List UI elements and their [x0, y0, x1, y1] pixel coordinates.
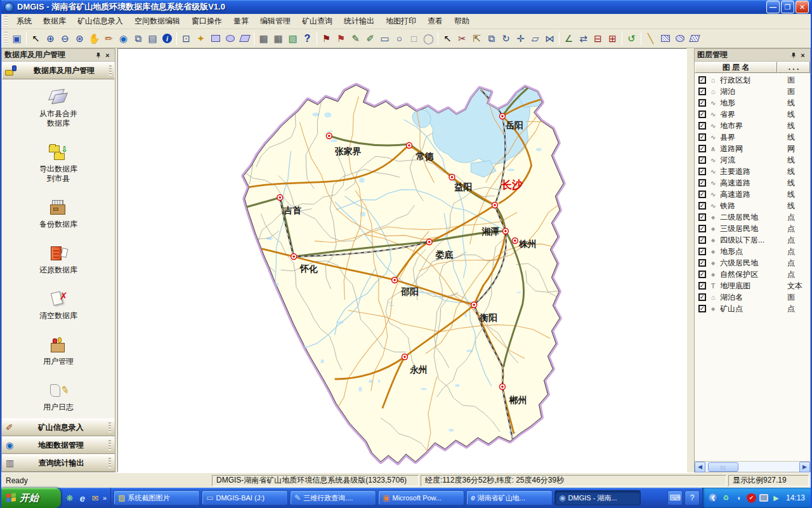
layer-checkbox[interactable]: ✓: [698, 122, 706, 130]
layer-row-0[interactable]: ✓⌂行政区划面: [695, 74, 810, 86]
left-panel-item-restore[interactable]: 还原数据库: [39, 244, 77, 275]
quick-launch-ie-icon[interactable]: e: [77, 493, 88, 503]
layer-row-15[interactable]: ✓◆地形点点: [695, 246, 810, 257]
menu-item-1[interactable]: 数据库: [37, 14, 72, 29]
layer-checkbox[interactable]: ✓: [698, 213, 706, 221]
quick-launch-mail-icon[interactable]: ✉: [90, 493, 100, 503]
layer-checkbox[interactable]: ✓: [698, 293, 706, 301]
left-panel-item-merge[interactable]: 从市县合并 数据库: [39, 88, 77, 128]
task-button-2[interactable]: ✎三维行政查询....: [290, 490, 376, 505]
menu-item-4[interactable]: 窗口操作: [186, 14, 228, 29]
left-panel-bar-1[interactable]: ◉地图数据管理: [2, 436, 115, 454]
toolbar-move-feature-icon[interactable]: ✛: [513, 32, 528, 46]
scroll-right-icon[interactable]: ▶: [799, 462, 810, 472]
layer-checkbox[interactable]: ✓: [698, 76, 706, 84]
toolbar-info-icon[interactable]: i: [160, 32, 174, 46]
layer-checkbox[interactable]: ✓: [698, 282, 706, 290]
layer-checkbox[interactable]: ✓: [698, 248, 706, 255]
menu-item-7[interactable]: 矿山查询: [296, 14, 338, 29]
toolbar-select-cursor-icon[interactable]: ↖: [29, 32, 43, 46]
scrollbar-thumb[interactable]: |||: [708, 462, 738, 472]
tray-utility-icon[interactable]: ♻: [721, 493, 731, 503]
layer-panel-close-icon[interactable]: ×: [798, 51, 808, 60]
layer-row-10[interactable]: ✓∿高速道路线: [695, 189, 810, 200]
toolbar-export-image-icon[interactable]: ▧: [285, 32, 300, 46]
layer-panel-hscrollbar[interactable]: ◀ ||| ▶: [695, 461, 810, 472]
layer-row-2[interactable]: ✓∿地形线: [695, 97, 810, 109]
toolbar-swap-direction-icon[interactable]: ⇄: [576, 32, 591, 46]
toolbar-hatch-rect-icon[interactable]: [658, 32, 672, 46]
layer-row-19[interactable]: ✓⌂湖泊名面: [695, 291, 810, 303]
toolbar-hatch-polygon-icon[interactable]: [687, 32, 702, 46]
layer-row-18[interactable]: ✓T地理底图文本: [695, 280, 810, 291]
toolbar-fill-rect-icon[interactable]: [208, 32, 223, 46]
layer-name-column-header[interactable]: 图 层 名: [695, 62, 777, 73]
quick-launch-overflow-icon[interactable]: »: [103, 494, 107, 502]
layer-checkbox[interactable]: ✓: [698, 133, 706, 141]
task-button-5[interactable]: ◉DMGIS - 湖南...: [554, 490, 641, 505]
toolbar-edit-page-icon[interactable]: ▱: [528, 32, 542, 46]
layer-row-9[interactable]: ✓∿高速道路线: [695, 177, 810, 189]
toolbar-circle-outline-icon[interactable]: ◯: [421, 32, 436, 46]
layer-row-7[interactable]: ✓∿河流线: [695, 154, 810, 166]
task-button-1[interactable]: ▭DMGIS-BAI (J:): [202, 490, 288, 505]
layer-row-11[interactable]: ✓∿铁路线: [695, 200, 810, 211]
layer-checkbox[interactable]: ✓: [698, 168, 706, 175]
keyboard-icon[interactable]: ⌨: [667, 490, 683, 505]
left-panel-item-log[interactable]: ✎用户日志: [43, 382, 74, 412]
toolbar-redraw-brush-icon[interactable]: ✏: [102, 32, 116, 46]
toolbar-identify-key-icon[interactable]: ✦: [193, 32, 208, 46]
toolbar-flag-edit-icon[interactable]: ⚑: [334, 32, 348, 46]
toolbar-flag-select-icon[interactable]: ⚑: [319, 32, 334, 46]
menu-item-9[interactable]: 地图打印: [380, 14, 422, 29]
layer-checkbox[interactable]: ✓: [698, 156, 706, 164]
toolbar-fill-ellipse-icon[interactable]: [223, 32, 237, 46]
scrollbar-track[interactable]: |||: [705, 462, 799, 472]
menu-item-10[interactable]: 查看: [422, 14, 449, 29]
layer-row-4[interactable]: ✓∿地市界线: [695, 120, 810, 131]
toolbar-hatch-ellipse-icon[interactable]: [672, 32, 687, 46]
layer-row-14[interactable]: ✓◆四级以下居...点: [695, 234, 810, 246]
toolbar-edit-cursor-icon[interactable]: ↖: [440, 32, 455, 46]
menu-grip[interactable]: [4, 16, 8, 26]
maximize-button[interactable]: ❐: [781, 1, 794, 13]
layer-checkbox[interactable]: ✓: [698, 99, 706, 107]
close-button[interactable]: ✕: [796, 1, 809, 13]
task-button-4[interactable]: e湖南省矿山地...: [466, 490, 553, 505]
quick-launch-msn-icon[interactable]: ❋: [65, 493, 75, 503]
menu-item-8[interactable]: 统计输出: [338, 14, 380, 29]
toolbar-measure-angle-icon[interactable]: ∠: [561, 32, 576, 46]
toolbar-node-insert-icon[interactable]: ⊞: [605, 32, 620, 46]
toolbar-ellipse-outline-icon[interactable]: ○: [392, 32, 407, 46]
toolbar-undo-icon[interactable]: ↺: [624, 32, 639, 46]
layer-row-13[interactable]: ✓◆三级居民地点: [695, 223, 810, 234]
tray-security-shield-icon[interactable]: ✔: [747, 493, 756, 503]
layer-row-3[interactable]: ✓∿省界线: [695, 109, 810, 120]
layer-row-8[interactable]: ✓∿主要道路线: [695, 166, 810, 177]
toolbar-cut-icon[interactable]: ✂: [455, 32, 469, 46]
toolbar-pan-hand-icon[interactable]: ✋: [87, 32, 102, 46]
layer-row-5[interactable]: ✓∿县界线: [695, 131, 810, 143]
left-panel-bar-0[interactable]: ✐矿山信息录入: [2, 418, 115, 436]
toolbar-node-delete-icon[interactable]: ⊟: [591, 32, 605, 46]
layer-checkbox[interactable]: ✓: [698, 305, 706, 312]
menu-item-2[interactable]: 矿山信息录入: [72, 14, 129, 29]
layer-row-1[interactable]: ✓⌂湖泊面: [695, 86, 810, 97]
layer-checkbox[interactable]: ✓: [698, 190, 706, 198]
layer-panel-pin-icon[interactable]: [789, 51, 798, 60]
left-panel-pin-icon[interactable]: [93, 51, 103, 60]
help-tray-icon[interactable]: ?: [684, 490, 700, 505]
left-panel-item-clear[interactable]: ✗清空数据库: [39, 290, 77, 321]
toolbar-zoom-in-icon[interactable]: ⊕: [43, 32, 58, 46]
toolbar-draw-region-icon[interactable]: ✐: [363, 32, 377, 46]
layer-row-20[interactable]: ✓◆矿山点点: [695, 303, 810, 314]
toolbar-node-drag-icon[interactable]: ⇱: [469, 32, 484, 46]
left-panel-bar-2[interactable]: ▥查询统计输出: [2, 454, 115, 472]
layer-checkbox[interactable]: ✓: [698, 271, 706, 278]
tray-display-icon[interactable]: [759, 494, 768, 502]
toolbar-print-icon[interactable]: ▦: [256, 32, 271, 46]
tray-network-drive-icon[interactable]: ▶: [771, 493, 781, 503]
layer-checkbox[interactable]: ✓: [698, 202, 706, 210]
layer-row-17[interactable]: ✓◆自然保护区点: [695, 269, 810, 280]
toolbar-grip[interactable]: [4, 32, 8, 44]
